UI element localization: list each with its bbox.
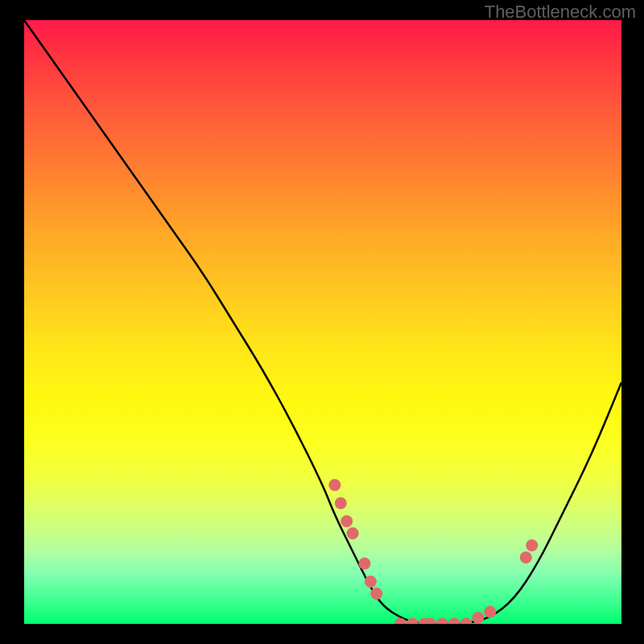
data-point-marker: [370, 588, 382, 600]
data-point-marker: [328, 479, 341, 491]
data-point-marker: [460, 618, 473, 625]
plot-area: [24, 20, 621, 624]
data-point-marker: [358, 558, 370, 570]
data-point-marker: [472, 612, 484, 624]
data-point-marker: [365, 576, 377, 588]
curve-svg: [24, 20, 621, 624]
data-point-marker: [335, 497, 347, 510]
data-point-marker: [484, 606, 496, 618]
watermark-text: TheBottleneck.com: [485, 2, 636, 23]
chart-container: TheBottleneck.com: [0, 0, 644, 644]
data-point-marker: [448, 618, 460, 625]
bottleneck-curve: [24, 20, 621, 624]
data-point-marker: [520, 551, 532, 564]
data-point-marker: [347, 527, 359, 539]
data-point-marker: [526, 539, 538, 551]
data-point-marker: [341, 515, 353, 527]
data-point-marker: [436, 618, 448, 625]
data-markers: [328, 479, 538, 624]
data-point-marker: [407, 618, 419, 625]
